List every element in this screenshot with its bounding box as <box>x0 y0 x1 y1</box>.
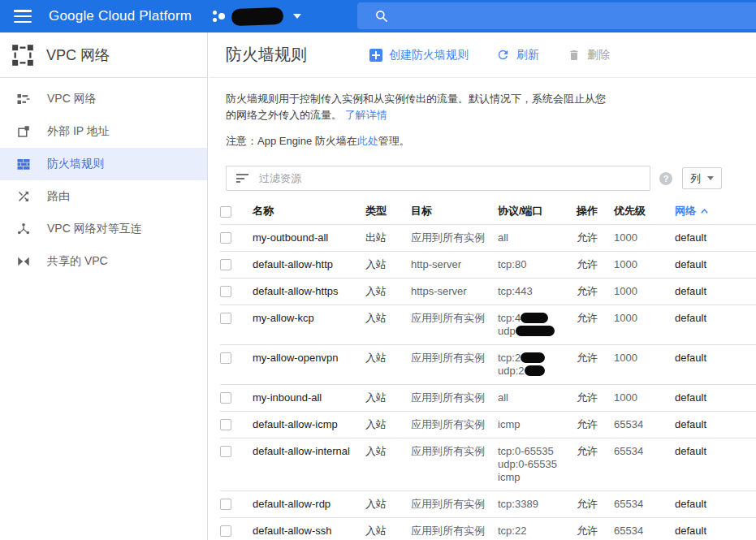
rule-protocols: all <box>498 225 577 252</box>
table-row: default-allow-internal入站应用到所有实例tcp:0-655… <box>220 438 756 491</box>
create-firewall-rule-button[interactable]: 创建防火墙规则 <box>369 48 469 63</box>
column-header[interactable]: 优先级 <box>614 198 675 225</box>
refresh-icon <box>496 48 510 62</box>
action-toolbar: 创建防火墙规则刷新删除 <box>369 48 637 63</box>
rule-protocols: tcp:80 <box>498 252 577 279</box>
table-row: default-allow-icmp入站应用到所有实例icmp允许65534de… <box>220 412 756 438</box>
rule-name: default-allow-http <box>253 252 365 279</box>
rule-priority: 1000 <box>614 225 675 252</box>
chevron-down-icon <box>293 14 301 19</box>
rule-priority: 65534 <box>614 491 675 518</box>
rule-type: 入站 <box>365 438 411 491</box>
rule-action: 允许 <box>577 438 614 491</box>
rule-target: 应用到所有实例 <box>411 345 498 385</box>
rule-protocols: tcp:0-65535udp:0-65535icmp <box>498 438 577 491</box>
rule-action: 允许 <box>577 225 614 252</box>
table-row: my-inbound-all入站应用到所有实例all允许1000default <box>220 385 756 412</box>
columns-button[interactable]: 列 <box>682 167 722 189</box>
note-prefix: 注意：App Engine 防火墙在 <box>226 135 357 147</box>
add-icon <box>369 48 382 62</box>
rule-protocols: icmp <box>498 412 577 438</box>
app-engine-note: 注意：App Engine 防火墙在此处管理。 <box>226 134 756 149</box>
protocol-line: icmp <box>498 418 573 431</box>
protocol-line: tcp:3389 <box>498 498 573 511</box>
sidebar-item-firewall-rules[interactable]: 防火墙规则 <box>0 148 207 180</box>
sidebar-item-routes[interactable]: 路由 <box>0 180 207 213</box>
rule-target: https-server <box>411 279 498 305</box>
rule-priority: 1000 <box>614 252 675 279</box>
sidebar-item-label: 路由 <box>47 189 70 204</box>
rule-network: default <box>675 438 756 491</box>
main-content: 防火墙规则 创建防火墙规则刷新删除 防火墙规则用于控制传入实例和从实例传出的流量… <box>209 32 756 540</box>
vpc-network-icon <box>16 92 31 106</box>
sort-asc-icon <box>700 205 709 217</box>
row-checkbox[interactable] <box>220 525 231 537</box>
table-row: my-allow-openvpn入站应用到所有实例tcp:2udp:2允许100… <box>220 345 756 385</box>
top-app-bar: Google Cloud Platform <box>0 0 756 32</box>
column-header[interactable]: 网络 <box>675 198 756 225</box>
filter-input[interactable] <box>259 172 650 184</box>
help-icon[interactable]: ? <box>659 172 672 185</box>
rule-priority: 1000 <box>614 305 675 345</box>
rule-protocols: tcp:3389 <box>498 491 577 518</box>
row-checkbox[interactable] <box>220 419 231 430</box>
search-icon <box>374 9 389 24</box>
column-header[interactable]: 操作 <box>577 198 614 225</box>
routes-icon <box>16 189 31 204</box>
rule-type: 入站 <box>365 279 411 305</box>
row-checkbox[interactable] <box>220 352 231 364</box>
redacted-text <box>521 313 548 323</box>
app-engine-firewall-link[interactable]: 此处 <box>357 135 378 147</box>
row-checkbox[interactable] <box>220 259 231 270</box>
refresh-button[interactable]: 刷新 <box>496 48 539 63</box>
sidebar: VPC 网络 VPC 网络外部 IP 地址防火墙规则路由VPC 网络对等互连共享… <box>0 32 208 540</box>
filter-box[interactable] <box>226 166 650 191</box>
rule-target: 应用到所有实例 <box>411 491 498 518</box>
rule-protocols: tcp:4udp <box>498 305 577 345</box>
column-header[interactable]: 协议/端口 <box>498 198 577 225</box>
rule-action: 允许 <box>577 412 614 438</box>
search-bar[interactable] <box>357 2 756 29</box>
peering-icon <box>16 222 31 236</box>
redacted-project-name <box>231 6 284 25</box>
sidebar-item-external-ip[interactable]: 外部 IP 地址 <box>0 115 207 148</box>
rule-name: default-allow-ssh <box>253 518 365 540</box>
rule-priority: 1000 <box>614 385 675 412</box>
column-header[interactable]: 名称 <box>253 198 365 225</box>
filter-icon <box>236 174 248 183</box>
menu-icon[interactable] <box>14 10 32 23</box>
firewall-icon <box>16 157 31 171</box>
learn-more-link[interactable]: 了解详情 <box>345 109 387 121</box>
delete-icon <box>567 48 581 62</box>
table-row: my-allow-kcp入站应用到所有实例tcp:4udp允许1000defau… <box>220 305 756 345</box>
rule-priority: 65534 <box>614 412 675 438</box>
sidebar-item-vpc-networks[interactable]: VPC 网络 <box>0 83 207 115</box>
sidebar-item-shared-vpc[interactable]: 共享的 VPC <box>0 245 207 278</box>
protocol-line: tcp:22 <box>498 525 573 538</box>
protocol-line: all <box>498 391 573 404</box>
column-header[interactable]: 类型 <box>365 198 411 225</box>
rule-network: default <box>675 345 756 385</box>
rule-name: default-allow-rdp <box>253 491 365 518</box>
row-checkbox[interactable] <box>220 286 231 297</box>
rule-target: 应用到所有实例 <box>411 438 498 491</box>
rule-priority: 65534 <box>614 518 675 540</box>
protocol-line: udp:0-65535 <box>498 458 573 471</box>
rule-target: 应用到所有实例 <box>411 305 498 345</box>
project-selector[interactable] <box>212 8 301 25</box>
sidebar-item-vpc-peering[interactable]: VPC 网络对等互连 <box>0 213 207 245</box>
rule-name: my-outbound-all <box>253 225 365 252</box>
sidebar-item-label: VPC 网络 <box>47 92 97 106</box>
rule-name: default-allow-internal <box>253 438 365 491</box>
row-checkbox[interactable] <box>220 446 231 457</box>
row-checkbox[interactable] <box>220 392 231 404</box>
row-checkbox[interactable] <box>220 313 231 324</box>
row-checkbox[interactable] <box>220 232 231 244</box>
protocol-line: udp:2 <box>498 365 573 378</box>
column-header[interactable]: 目标 <box>411 198 498 225</box>
select-all-checkbox[interactable] <box>220 206 231 218</box>
protocol-line: icmp <box>498 471 573 484</box>
rule-network: default <box>675 412 756 438</box>
columns-button-label: 列 <box>690 171 701 186</box>
row-checkbox[interactable] <box>220 499 231 510</box>
